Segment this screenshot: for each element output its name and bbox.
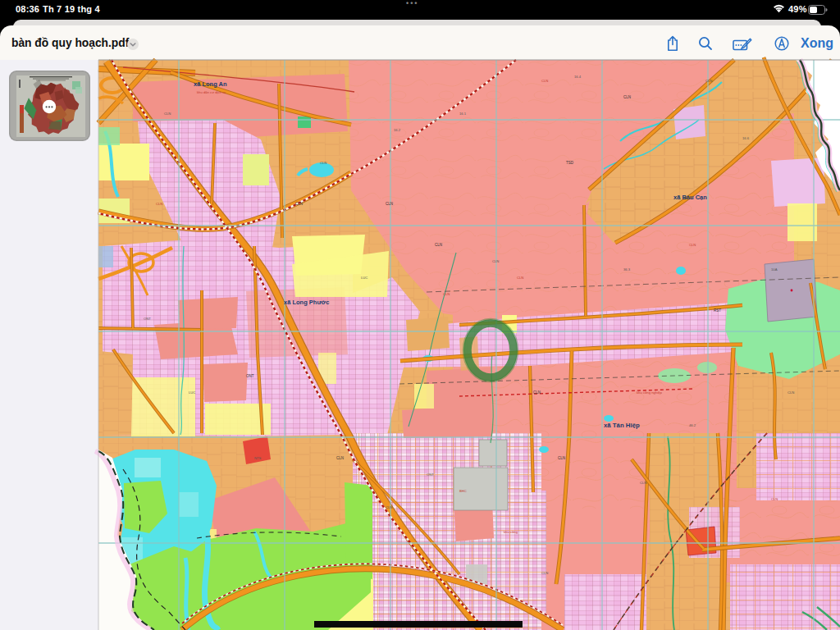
svg-text:BHC: BHC: [459, 489, 467, 493]
svg-text:16.6: 16.6: [742, 136, 750, 140]
svg-text:CLN: CLN: [533, 390, 541, 395]
svg-text:TSD: TSD: [566, 161, 574, 165]
svg-text:16.4: 16.4: [574, 75, 582, 79]
svg-text:CLN: CLN: [386, 505, 392, 509]
svg-text:CLN: CLN: [295, 202, 303, 206]
svg-text:CLN: CLN: [164, 112, 171, 116]
svg-text:CLN: CLN: [156, 202, 162, 206]
svg-text:CLN: CLN: [541, 79, 548, 83]
svg-text:CLN: CLN: [386, 202, 393, 206]
svg-text:CLN: CLN: [558, 456, 565, 460]
svg-text:LUC: LUC: [189, 390, 195, 395]
svg-text:NTS: NTS: [254, 456, 262, 460]
svg-text:khu công nghiệp: khu công nghiệp: [637, 390, 662, 395]
svg-text:ONT: ONT: [427, 472, 434, 477]
svg-text:CLN: CLN: [517, 276, 523, 280]
svg-text:RST: RST: [714, 308, 721, 313]
svg-text:xã Long Phước: xã Long Phước: [284, 299, 329, 306]
svg-text:khu dân cư dịch vụ: khu dân cư dịch vụ: [197, 90, 226, 94]
svg-text:16.2: 16.2: [394, 128, 401, 132]
svg-text:xã Long An: xã Long An: [194, 80, 227, 88]
svg-text:CLN: CLN: [320, 161, 326, 165]
svg-text:46.2: 46.2: [689, 423, 696, 427]
svg-text:16.1: 16.1: [459, 112, 467, 116]
svg-text:CLN: CLN: [541, 571, 548, 575]
svg-text:CLN: CLN: [788, 390, 794, 395]
svg-text:CLN: CLN: [623, 95, 631, 99]
svg-text:ONT: ONT: [144, 317, 151, 321]
svg-text:CLN: CLN: [492, 259, 499, 263]
svg-text:CLN: CLN: [336, 456, 344, 460]
svg-text:LUC: LUC: [361, 276, 368, 280]
svg-text:xã Bàu Cạn: xã Bàu Cạn: [673, 194, 707, 201]
svg-text:CLN: CLN: [443, 292, 450, 296]
svg-text:ONT: ONT: [246, 374, 254, 378]
svg-text:CLN: CLN: [705, 79, 712, 83]
svg-text:10A: 10A: [771, 267, 778, 272]
svg-text:CLN: CLN: [771, 497, 778, 501]
svg-text:CLN: CLN: [689, 243, 696, 247]
svg-text:CLN: CLN: [640, 481, 646, 485]
svg-text:36.3: 36.3: [623, 267, 631, 272]
svg-text:khu công: khu công: [504, 530, 518, 534]
svg-text:xã Tân Hiệp: xã Tân Hiệp: [604, 422, 640, 429]
svg-text:CLN: CLN: [435, 243, 442, 247]
